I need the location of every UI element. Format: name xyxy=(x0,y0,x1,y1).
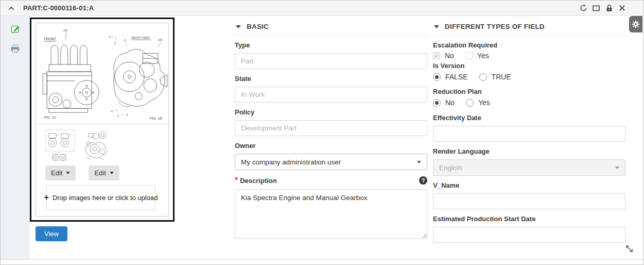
edit-image-1-button[interactable]: Edit xyxy=(45,165,76,180)
v-name-label: V_Name xyxy=(433,181,625,189)
figure-label-right: FIG. 1D xyxy=(150,117,162,120)
figure-ref-number-left: 100 xyxy=(63,29,67,31)
reduction-plan-options: No Yes xyxy=(433,98,625,107)
escalation-yes-checkbox xyxy=(465,52,473,59)
description-field[interactable]: Kia Spectra Engine and Manual Gearbox xyxy=(235,189,427,239)
resize-handle-icon[interactable] xyxy=(625,244,634,255)
image-upload-dropzone[interactable]: + Drop images here or click to upload xyxy=(46,185,155,210)
escalation-no-label: No xyxy=(445,52,454,60)
effectivity-date-label: Effectivity Date xyxy=(433,114,625,122)
figure-callout: 2 xyxy=(114,41,115,44)
dropzone-text: Drop images here or click to upload xyxy=(53,194,158,202)
figure-callout: 4 xyxy=(111,110,112,113)
lock-icon[interactable] xyxy=(605,4,613,12)
page-title: PART:C-0000116-01:A xyxy=(23,4,94,12)
types-section: DIFFERENT TYPES OF FIELD Escalation Requ… xyxy=(433,22,625,243)
bottom-gap xyxy=(1,260,643,264)
effectivity-date-field[interactable] xyxy=(433,126,625,142)
edit-button-label: Edit xyxy=(94,169,106,177)
figure-front-label: FRONT xyxy=(44,37,57,40)
reduction-plan-yes-label: Yes xyxy=(478,98,490,107)
render-language-label: Render Language xyxy=(433,147,625,155)
settings-gear-tab[interactable] xyxy=(629,16,642,32)
edit-button-label: Edit xyxy=(51,169,62,177)
reduction-plan-no-label: No xyxy=(445,98,455,107)
owner-label: Owner xyxy=(235,142,427,150)
escalation-no-checkbox: ✓ xyxy=(433,52,440,59)
estimated-production-start-date-label: Estimated Production Start Date xyxy=(433,215,625,223)
panel-header: PART:C-0000116-01:A xyxy=(1,1,643,16)
types-section-header[interactable]: DIFFERENT TYPES OF FIELD xyxy=(433,22,625,36)
close-icon[interactable] xyxy=(618,4,626,12)
thumbnail-1[interactable] xyxy=(45,129,75,162)
owner-select[interactable]: My company administration user xyxy=(235,154,427,170)
is-version-true-label: TRUE xyxy=(492,73,511,81)
is-version-label: Is Version xyxy=(433,62,625,70)
figure-right-view-label: RIGHT VIEW xyxy=(131,36,150,39)
policy-label: Policy xyxy=(235,108,427,116)
help-icon[interactable]: ? xyxy=(419,176,427,185)
chevron-down-icon xyxy=(66,172,70,174)
refresh-icon[interactable] xyxy=(579,4,587,12)
basic-section-title: BASIC xyxy=(247,23,269,30)
figure-callout: 3 xyxy=(126,113,128,117)
part-drawing-image[interactable]: FRONT 100 RIGHT VIEW 100 FIG. 1C FIG. 1D… xyxy=(36,23,168,124)
is-version-true-radio[interactable] xyxy=(479,73,487,81)
edit-image-2-button[interactable]: Edit xyxy=(89,165,119,180)
required-asterisk: * xyxy=(235,176,238,185)
gear-icon xyxy=(632,20,640,28)
reduction-plan-yes-radio[interactable] xyxy=(466,99,474,107)
edit-buttons-row: Edit Edit xyxy=(45,165,159,180)
thumbnail-row xyxy=(45,129,159,162)
header-actions xyxy=(579,4,637,12)
is-version-false-radio[interactable] xyxy=(433,73,441,81)
state-field xyxy=(235,87,427,103)
figure-callout: 3 xyxy=(124,38,125,41)
owner-selected-value: My company administration user xyxy=(241,158,341,166)
figure-ref-number-right: 100 xyxy=(158,38,162,41)
escalation-required-label: Escalation Required xyxy=(433,41,625,49)
panel-body: FRONT 100 RIGHT VIEW 100 FIG. 1C FIG. 1D… xyxy=(1,16,643,260)
figure-label-left: FIG. 1C xyxy=(44,115,57,119)
description-label: Description xyxy=(240,177,277,185)
thumbnail-2[interactable] xyxy=(80,129,110,162)
reduction-plan-no-radio[interactable] xyxy=(433,99,441,107)
is-version-options: FALSE TRUE xyxy=(433,73,625,81)
plus-icon: + xyxy=(44,193,49,202)
type-label: Type xyxy=(235,41,427,49)
image-preview-frame: FRONT 100 RIGHT VIEW 100 FIG. 1C FIG. 1D… xyxy=(30,18,175,222)
chevron-down-icon xyxy=(417,161,421,163)
type-field xyxy=(235,53,427,69)
render-language-select: English xyxy=(433,159,625,176)
left-toolbar-rail xyxy=(1,16,30,259)
is-version-false-label: FALSE xyxy=(445,73,468,81)
escalation-yes-label: Yes xyxy=(477,52,489,60)
chevron-down-icon xyxy=(615,167,619,169)
part-detail-window: PART:C-0000116-01:A xyxy=(0,0,644,265)
policy-field xyxy=(235,120,427,136)
image-card: FRONT 100 RIGHT VIEW 100 FIG. 1C FIG. 1D… xyxy=(36,23,169,217)
media-block: Edit Edit + Drop images here or click to… xyxy=(36,124,168,215)
print-icon[interactable] xyxy=(1,42,30,55)
description-label-row: *Description ? xyxy=(235,176,427,185)
estimated-production-start-date-field[interactable] xyxy=(433,227,625,243)
figure-callout: 4 xyxy=(109,35,110,38)
edit-icon[interactable] xyxy=(1,22,30,36)
render-language-value: English xyxy=(439,164,462,172)
state-label: State xyxy=(235,75,427,82)
types-section-title: DIFFERENT TYPES OF FIELD xyxy=(445,23,545,30)
maximize-window-icon[interactable] xyxy=(592,4,600,12)
chevron-down-icon xyxy=(110,172,114,174)
view-button[interactable]: View xyxy=(36,226,67,241)
reduction-plan-label: Reduction Plan xyxy=(433,88,625,95)
chevron-up-icon[interactable] xyxy=(7,6,16,10)
figure-callout: 2 xyxy=(117,114,118,117)
basic-section-header[interactable]: BASIC xyxy=(235,22,427,36)
engine-figure: FRONT 100 RIGHT VIEW 100 FIG. 1C FIG. 1D… xyxy=(37,25,168,123)
basic-section: BASIC Type State Policy Owner My company… xyxy=(235,22,427,241)
chevron-down-icon xyxy=(434,25,439,28)
v-name-field[interactable] xyxy=(433,193,625,209)
escalation-required-options: ✓ No Yes xyxy=(433,52,625,60)
chevron-down-icon xyxy=(236,25,241,28)
